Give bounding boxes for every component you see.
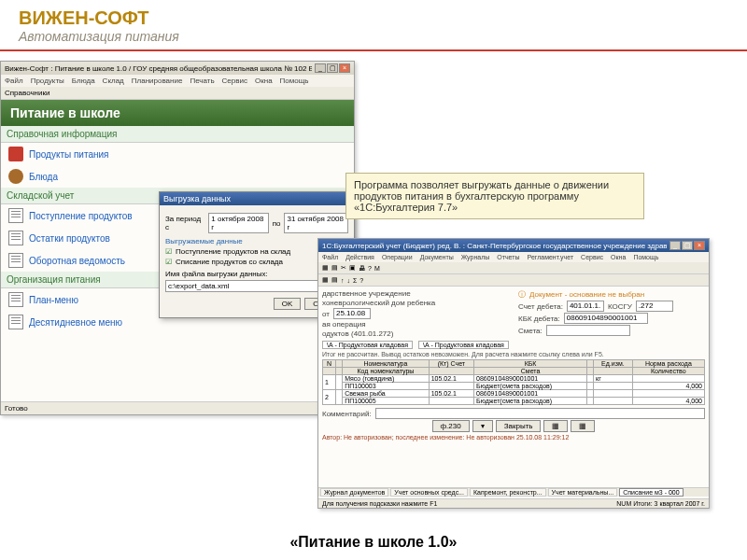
acct-input[interactable]: 401.01.1. [567,301,604,312]
dialog-title: Выгрузка данных [163,194,231,203]
toolbar-icon[interactable]: ✂ [341,264,346,272]
th[interactable]: Номенклатура [343,360,430,368]
date-to-input[interactable]: 31 октября 2008 г [284,213,348,233]
sidebar-item-label: План-меню [29,295,78,305]
bottom-tab[interactable]: Капремонт, реконстр... [470,488,546,497]
acc-menubar[interactable]: Файл Действия Операции Документы Журналы… [318,252,709,262]
maximize-button[interactable]: ▢ [327,63,338,73]
smeta-input[interactable] [546,325,630,336]
comment-input[interactable] [375,408,705,419]
menu-item[interactable]: Журналы [461,254,490,260]
th[interactable] [429,368,473,375]
minimize-button[interactable]: _ [669,241,681,250]
menu-item[interactable]: Файл [5,77,23,85]
minimize-button[interactable]: _ [315,63,326,73]
maximize-button[interactable]: ▢ [682,241,693,250]
tab[interactable]: \А - Продуктовая кладовая [418,341,509,349]
toolbar-icon[interactable]: ▤ [331,276,338,284]
close-button[interactable]: Закрыть [496,420,542,432]
info-icon[interactable]: ⓘ [518,289,526,300]
table-row[interactable]: 1 Мясо (говядина) 105.02.1 0860910489000… [323,375,705,383]
th[interactable] [587,368,594,375]
close-button[interactable]: × [694,241,705,250]
toolbar-icon[interactable]: ▦ [322,264,329,272]
ok-button[interactable]: OK [274,298,302,310]
menu-item[interactable]: Окна [611,254,626,260]
items-table[interactable]: N Номенклатура (Кт) Счет КБК Ед.изм. Нор… [322,359,705,405]
th[interactable] [594,368,633,375]
th[interactable] [336,360,343,368]
toolbar-icon[interactable]: ▦ [322,276,329,284]
sidebar-item-products[interactable]: Продукты питания [1,143,354,165]
menu-item[interactable]: Файл [322,254,338,260]
menu-item[interactable]: Окна [255,77,273,85]
toolbar-icon[interactable]: ▤ [331,264,338,272]
th[interactable]: Количество [632,368,704,375]
menu-item[interactable]: Склад [103,77,124,85]
menu-item[interactable]: Печать [190,77,214,85]
menu-item[interactable]: Сервис [222,77,247,85]
menu-item[interactable]: Действия [345,254,374,260]
form-button[interactable]: ▾ [472,420,493,432]
form-button[interactable]: ф.230 [432,420,470,432]
kosgu-input[interactable]: .272 [636,301,673,312]
toolbar-icon[interactable]: ? [359,277,363,284]
menu-item[interactable]: Операции [382,254,413,260]
menu-item[interactable]: Блюда [72,77,95,85]
toolbar-label[interactable]: Справочники [5,89,49,97]
th[interactable]: Смета [474,368,587,375]
menu-item[interactable]: Сервис [581,254,603,260]
tab[interactable]: \А - Продуктовая кладовая [322,341,413,349]
th[interactable] [336,368,343,375]
checkbox-icon[interactable]: ☑ [165,247,172,256]
bottom-tab-active[interactable]: Списание м3 - 000 [619,488,683,497]
menu-item[interactable]: Регламент.учет [528,254,574,260]
toolbar-icon[interactable]: ? [368,265,372,272]
menu-item[interactable]: Помощь [280,77,309,85]
th[interactable]: N [323,360,336,368]
doc-hint: Документ - основание не выбран [529,290,644,299]
author-label: Автор: Не авторизован; последнее изменен… [322,434,705,441]
sidebar-item-dishes[interactable]: Блюда [1,165,354,188]
acc-titlebar[interactable]: 1С:Бухгалтерский учет (Бюджет) ред. В. :… [318,239,709,252]
dialog-titlebar[interactable]: Выгрузка данных× [160,192,354,205]
form-button[interactable]: ▦ [571,420,595,432]
toolbar-icon[interactable]: 🖶 [359,265,365,272]
menu-item[interactable]: Помощь [633,254,658,260]
menu-item[interactable]: Документы [420,254,454,260]
calendar-icon [8,292,23,307]
date-from-input[interactable]: 1 октября 2008 г [208,213,268,233]
th[interactable]: Норма расхода [632,360,704,368]
toolbar-icon[interactable]: М [374,265,380,272]
checkbox-icon[interactable]: ☑ [165,258,172,266]
menu-item[interactable]: Планирование [132,77,183,85]
acc-toolbar[interactable]: ▦▤✂▣🖶?М [318,262,709,274]
date-input[interactable]: 25.10.08 [333,308,371,319]
form-button[interactable]: ▦ [543,420,568,432]
th[interactable] [323,368,336,375]
toolbar-icon[interactable]: ↑ [341,277,345,284]
toolbar-icon[interactable]: ▣ [349,264,356,272]
file-path-input[interactable]: c:\export_data.xml [165,280,331,292]
th[interactable]: Код номенклатуры [343,368,430,375]
acc-toolbar-2[interactable]: ▦▤↑↓Σ? [318,274,709,287]
kbk-input[interactable]: 08609104890001001 [564,313,648,324]
menu-item[interactable]: Отчеты [497,254,519,260]
close-button[interactable]: × [339,63,350,73]
th[interactable]: (Кт) Счет [429,360,473,368]
th[interactable]: КБК [474,360,587,368]
menu-item[interactable]: Продукты [31,77,64,85]
table-row[interactable]: 2 Свежая рыба 105.02.1 08609104890001001 [323,390,705,398]
table-row[interactable]: ПП100005 Бюджет(смета расходов) 4,000 [323,398,705,405]
window-titlebar[interactable]: Вижен-Софт : Питание в школе 1.0 / ГОУ с… [1,62,354,75]
th[interactable]: Ед.изм. [594,360,633,368]
bottom-tab[interactable]: Журнал документов [320,488,388,497]
bottom-tab[interactable]: Учет материальны... [548,488,618,497]
table-row[interactable]: ПП100003 Бюджет(смета расходов) 4,000 [323,383,705,390]
toolbar-icon[interactable]: ↓ [347,277,351,284]
main-menubar[interactable]: Файл Продукты Блюда Склад Планирование П… [1,75,354,87]
th[interactable] [587,360,594,368]
app-banner: Питание в школе [1,100,354,126]
toolbar-icon[interactable]: Σ [353,277,357,284]
bottom-tab[interactable]: Учет основных средс... [390,488,468,497]
